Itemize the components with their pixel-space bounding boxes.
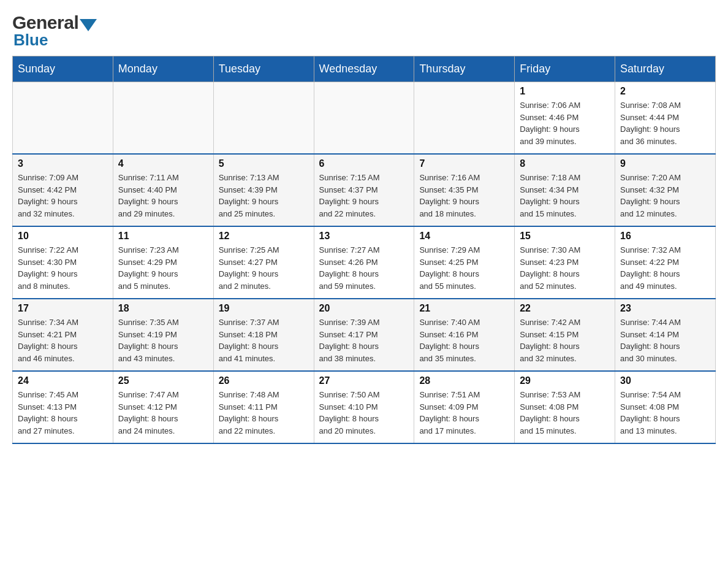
day-info: Sunrise: 7:08 AMSunset: 4:44 PMDaylight:… [620,99,710,147]
day-number: 2 [620,86,710,97]
day-number: 8 [520,158,610,169]
calendar-table: SundayMondayTuesdayWednesdayThursdayFrid… [12,56,716,444]
day-info: Sunrise: 7:09 AMSunset: 4:42 PMDaylight:… [18,172,108,220]
day-number: 14 [419,231,509,242]
day-number: 25 [118,375,208,386]
weekday-header-saturday: Saturday [615,56,716,82]
day-number: 20 [319,303,409,314]
calendar-cell: 11Sunrise: 7:23 AMSunset: 4:29 PMDayligh… [113,226,213,299]
day-number: 4 [118,158,208,169]
calendar-cell: 9Sunrise: 7:20 AMSunset: 4:32 PMDaylight… [615,154,716,226]
weekday-header-sunday: Sunday [13,56,113,82]
calendar-cell: 24Sunrise: 7:45 AMSunset: 4:13 PMDayligh… [13,371,113,443]
calendar-cell: 27Sunrise: 7:50 AMSunset: 4:10 PMDayligh… [314,371,414,443]
day-number: 12 [219,231,309,242]
calendar-cell: 28Sunrise: 7:51 AMSunset: 4:09 PMDayligh… [414,371,515,443]
calendar-cell: 20Sunrise: 7:39 AMSunset: 4:17 PMDayligh… [314,299,414,371]
calendar-cell: 10Sunrise: 7:22 AMSunset: 4:30 PMDayligh… [13,226,113,299]
day-number: 22 [520,303,610,314]
day-info: Sunrise: 7:25 AMSunset: 4:27 PMDaylight:… [219,244,309,292]
day-info: Sunrise: 7:50 AMSunset: 4:10 PMDaylight:… [319,389,409,437]
day-number: 21 [419,303,509,314]
day-number: 23 [620,303,710,314]
day-info: Sunrise: 7:48 AMSunset: 4:11 PMDaylight:… [219,389,309,437]
day-info: Sunrise: 7:34 AMSunset: 4:21 PMDaylight:… [18,316,108,364]
calendar-cell [314,82,414,155]
day-number: 11 [118,231,208,242]
day-info: Sunrise: 7:13 AMSunset: 4:39 PMDaylight:… [219,172,309,220]
day-number: 3 [18,158,108,169]
weekday-header-tuesday: Tuesday [213,56,314,82]
day-info: Sunrise: 7:53 AMSunset: 4:08 PMDaylight:… [520,389,610,437]
day-info: Sunrise: 7:15 AMSunset: 4:37 PMDaylight:… [319,172,409,220]
calendar-cell: 26Sunrise: 7:48 AMSunset: 4:11 PMDayligh… [213,371,314,443]
day-number: 27 [319,375,409,386]
calendar-cell [213,82,314,155]
day-number: 1 [520,86,610,97]
day-number: 17 [18,303,108,314]
calendar-cell: 23Sunrise: 7:44 AMSunset: 4:14 PMDayligh… [615,299,716,371]
calendar-cell: 21Sunrise: 7:40 AMSunset: 4:16 PMDayligh… [414,299,515,371]
calendar-cell [13,82,113,155]
day-info: Sunrise: 7:40 AMSunset: 4:16 PMDaylight:… [419,316,509,364]
day-info: Sunrise: 7:16 AMSunset: 4:35 PMDaylight:… [419,172,509,220]
day-number: 5 [219,158,309,169]
calendar-week-row: 24Sunrise: 7:45 AMSunset: 4:13 PMDayligh… [13,371,716,443]
day-info: Sunrise: 7:45 AMSunset: 4:13 PMDaylight:… [18,389,108,437]
logo: General Blue [12,12,97,50]
day-info: Sunrise: 7:27 AMSunset: 4:26 PMDaylight:… [319,244,409,292]
day-number: 9 [620,158,710,169]
calendar-week-row: 3Sunrise: 7:09 AMSunset: 4:42 PMDaylight… [13,154,716,226]
weekday-header-monday: Monday [113,56,213,82]
day-info: Sunrise: 7:44 AMSunset: 4:14 PMDaylight:… [620,316,710,364]
day-info: Sunrise: 7:23 AMSunset: 4:29 PMDaylight:… [118,244,208,292]
day-info: Sunrise: 7:42 AMSunset: 4:15 PMDaylight:… [520,316,610,364]
day-number: 16 [620,231,710,242]
day-info: Sunrise: 7:39 AMSunset: 4:17 PMDaylight:… [319,316,409,364]
day-info: Sunrise: 7:30 AMSunset: 4:23 PMDaylight:… [520,244,610,292]
day-number: 24 [18,375,108,386]
calendar-cell: 5Sunrise: 7:13 AMSunset: 4:39 PMDaylight… [213,154,314,226]
calendar-cell: 22Sunrise: 7:42 AMSunset: 4:15 PMDayligh… [515,299,615,371]
calendar-cell: 25Sunrise: 7:47 AMSunset: 4:12 PMDayligh… [113,371,213,443]
weekday-header-friday: Friday [515,56,615,82]
day-number: 29 [520,375,610,386]
logo-arrow-icon [80,19,97,31]
day-number: 15 [520,231,610,242]
weekday-header-thursday: Thursday [414,56,515,82]
logo-blue-text: Blue [13,31,97,50]
calendar-cell: 8Sunrise: 7:18 AMSunset: 4:34 PMDaylight… [515,154,615,226]
calendar-cell: 4Sunrise: 7:11 AMSunset: 4:40 PMDaylight… [113,154,213,226]
calendar-cell: 13Sunrise: 7:27 AMSunset: 4:26 PMDayligh… [314,226,414,299]
calendar-cell: 19Sunrise: 7:37 AMSunset: 4:18 PMDayligh… [213,299,314,371]
day-info: Sunrise: 7:37 AMSunset: 4:18 PMDaylight:… [219,316,309,364]
calendar-cell: 30Sunrise: 7:54 AMSunset: 4:08 PMDayligh… [615,371,716,443]
day-info: Sunrise: 7:06 AMSunset: 4:46 PMDaylight:… [520,99,610,147]
day-info: Sunrise: 7:20 AMSunset: 4:32 PMDaylight:… [620,172,710,220]
calendar-cell: 15Sunrise: 7:30 AMSunset: 4:23 PMDayligh… [515,226,615,299]
weekday-header-wednesday: Wednesday [314,56,414,82]
calendar-cell: 16Sunrise: 7:32 AMSunset: 4:22 PMDayligh… [615,226,716,299]
day-number: 6 [319,158,409,169]
page-header: General Blue [12,12,716,50]
calendar-cell [414,82,515,155]
calendar-week-row: 17Sunrise: 7:34 AMSunset: 4:21 PMDayligh… [13,299,716,371]
calendar-cell: 17Sunrise: 7:34 AMSunset: 4:21 PMDayligh… [13,299,113,371]
day-number: 30 [620,375,710,386]
day-info: Sunrise: 7:54 AMSunset: 4:08 PMDaylight:… [620,389,710,437]
calendar-week-row: 1Sunrise: 7:06 AMSunset: 4:46 PMDaylight… [13,82,716,155]
day-info: Sunrise: 7:22 AMSunset: 4:30 PMDaylight:… [18,244,108,292]
calendar-cell: 29Sunrise: 7:53 AMSunset: 4:08 PMDayligh… [515,371,615,443]
day-number: 18 [118,303,208,314]
day-number: 13 [319,231,409,242]
calendar-week-row: 10Sunrise: 7:22 AMSunset: 4:30 PMDayligh… [13,226,716,299]
day-info: Sunrise: 7:35 AMSunset: 4:19 PMDaylight:… [118,316,208,364]
logo-general-text: General [12,12,78,33]
calendar-cell: 3Sunrise: 7:09 AMSunset: 4:42 PMDaylight… [13,154,113,226]
calendar-cell: 6Sunrise: 7:15 AMSunset: 4:37 PMDaylight… [314,154,414,226]
calendar-cell [113,82,213,155]
calendar-cell: 18Sunrise: 7:35 AMSunset: 4:19 PMDayligh… [113,299,213,371]
day-number: 10 [18,231,108,242]
day-number: 19 [219,303,309,314]
day-number: 26 [219,375,309,386]
